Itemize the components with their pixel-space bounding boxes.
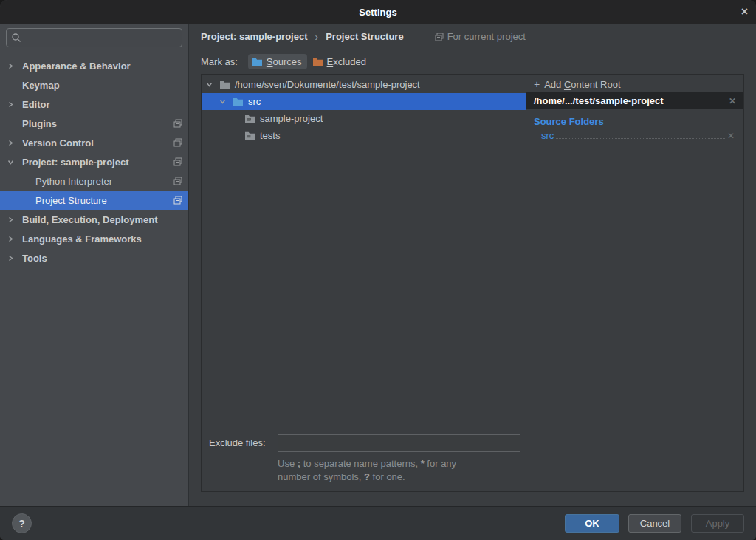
current-project-badge-icon <box>173 157 182 166</box>
tree-row-src[interactable]: src <box>202 93 526 110</box>
tree-row-label: src <box>248 96 261 107</box>
tree-row-tests[interactable]: tests <box>202 127 526 144</box>
mark-as-label: Mark as: <box>201 56 238 67</box>
exclude-files-hint: Use ; to separate name patterns, * for a… <box>278 457 521 484</box>
sidebar-item-label: Version Control <box>22 137 169 148</box>
sidebar-item-label: Keymap <box>22 80 182 91</box>
settings-search-box[interactable] <box>6 28 182 47</box>
exclude-files-section: Exclude files: Use ; to separate name pa… <box>202 434 526 491</box>
mark-as-sources-button[interactable]: Sources <box>248 54 307 69</box>
sidebar-item-build-execution-deployment[interactable]: Build, Execution, Deployment <box>0 210 188 229</box>
sidebar-item-appearance-behavior[interactable]: Appearance & Behavior <box>0 56 188 75</box>
sidebar-item-label: Languages & Frameworks <box>22 233 182 245</box>
settings-dialog: Settings × Appearance & Behavior Keymap … <box>0 0 756 540</box>
exclude-files-input[interactable] <box>278 434 520 452</box>
title-bar: Settings × <box>0 0 756 24</box>
current-project-badge-icon <box>173 119 182 128</box>
search-input[interactable] <box>25 33 177 44</box>
source-folder-icon <box>233 97 244 106</box>
exclude-files-label: Exclude files: <box>209 437 278 448</box>
tree-row-label: sample-project <box>260 113 323 124</box>
content-root-path: /home/.../test/sample-project <box>534 95 664 106</box>
source-folder-name: src <box>541 130 554 141</box>
add-content-root-button[interactable]: + Add Content Root <box>526 76 743 92</box>
settings-sidebar: Appearance & Behavior Keymap Editor Plug… <box>0 24 189 506</box>
breadcrumb-separator: › <box>315 31 319 43</box>
tree-row-content-root[interactable]: /home/sven/Dokumente/test/sample-project <box>202 76 526 93</box>
sidebar-item-python-interpreter[interactable]: Python Interpreter <box>0 171 188 191</box>
sidebar-item-plugins[interactable]: Plugins <box>0 114 188 133</box>
sidebar-item-label: Python Interpreter <box>35 176 169 187</box>
current-project-badge-icon <box>435 33 444 41</box>
breadcrumb-project: Project: sample-project <box>201 31 308 42</box>
tree-row-label: /home/sven/Dokumente/test/sample-project <box>235 79 420 90</box>
content-roots-panel: /home/sven/Dokumente/test/sample-project… <box>201 74 744 492</box>
mark-as-excluded-button[interactable]: Excluded <box>309 54 371 69</box>
sidebar-item-label: Editor <box>22 99 182 110</box>
folder-icon <box>244 114 255 123</box>
sources-folder-icon <box>252 57 263 66</box>
directory-tree: /home/sven/Dokumente/test/sample-project… <box>202 75 526 491</box>
dialog-title: Settings <box>359 7 396 18</box>
remove-source-folder-icon[interactable]: ✕ <box>727 131 735 141</box>
sidebar-item-label: Project: sample-project <box>22 157 169 168</box>
project-structure-page: Project: sample-project › Project Struct… <box>189 24 756 506</box>
folder-icon <box>244 131 255 140</box>
breadcrumb: Project: sample-project › Project Struct… <box>201 24 744 49</box>
mark-as-toolbar: Mark as: Sources Excluded <box>201 49 744 74</box>
cancel-button[interactable]: Cancel <box>628 514 681 533</box>
tree-row-sample-project[interactable]: sample-project <box>202 110 526 127</box>
content-root-row[interactable]: /home/.../test/sample-project ✕ <box>526 92 743 109</box>
dotted-leader <box>556 138 725 139</box>
current-project-badge-icon <box>173 196 182 205</box>
chevron-right-icon <box>7 101 22 108</box>
excluded-folder-icon <box>312 57 323 66</box>
source-folders-heading: Source Folders <box>534 116 743 127</box>
current-project-badge-icon <box>173 177 182 185</box>
breadcrumb-page: Project Structure <box>326 31 403 42</box>
close-icon[interactable]: × <box>741 0 748 24</box>
chevron-right-icon <box>7 236 22 242</box>
sidebar-item-version-control[interactable]: Version Control <box>0 133 188 152</box>
source-folder-entry-src[interactable]: src ✕ <box>541 130 735 141</box>
chevron-right-icon <box>7 140 22 146</box>
remove-content-root-icon[interactable]: ✕ <box>729 96 736 106</box>
ok-button[interactable]: OK <box>565 514 619 533</box>
sidebar-item-tools[interactable]: Tools <box>0 248 188 267</box>
folder-icon <box>219 80 230 89</box>
sidebar-item-project-sample-project[interactable]: Project: sample-project <box>0 152 188 171</box>
chevron-right-icon <box>7 216 22 223</box>
sidebar-item-label: Build, Execution, Deployment <box>22 214 182 225</box>
sidebar-item-label: Appearance & Behavior <box>22 61 182 72</box>
chevron-down-icon[interactable] <box>219 98 233 105</box>
search-icon <box>11 33 21 43</box>
sidebar-item-languages-frameworks[interactable]: Languages & Frameworks <box>0 229 188 248</box>
sidebar-item-editor[interactable]: Editor <box>0 95 188 114</box>
dialog-footer: ? OK Cancel Apply <box>0 506 756 540</box>
chevron-down-icon <box>7 159 22 165</box>
sidebar-item-project-structure[interactable]: Project Structure <box>0 191 188 210</box>
apply-button[interactable]: Apply <box>691 514 744 533</box>
chevron-right-icon <box>7 63 22 69</box>
content-root-details: + Add Content Root /home/.../test/sample… <box>526 75 743 491</box>
sidebar-item-label: Plugins <box>22 118 169 129</box>
sidebar-item-label: Tools <box>22 253 182 264</box>
sidebar-item-label: Project Structure <box>35 195 169 206</box>
chevron-down-icon[interactable] <box>206 81 219 88</box>
tree-row-label: tests <box>260 130 280 141</box>
sidebar-item-keymap[interactable]: Keymap <box>0 75 188 95</box>
current-project-badge-icon <box>173 138 182 147</box>
for-current-project-note: For current project <box>435 31 526 42</box>
chevron-right-icon <box>7 255 22 262</box>
help-button[interactable]: ? <box>12 513 32 533</box>
plus-icon: + <box>534 78 540 90</box>
